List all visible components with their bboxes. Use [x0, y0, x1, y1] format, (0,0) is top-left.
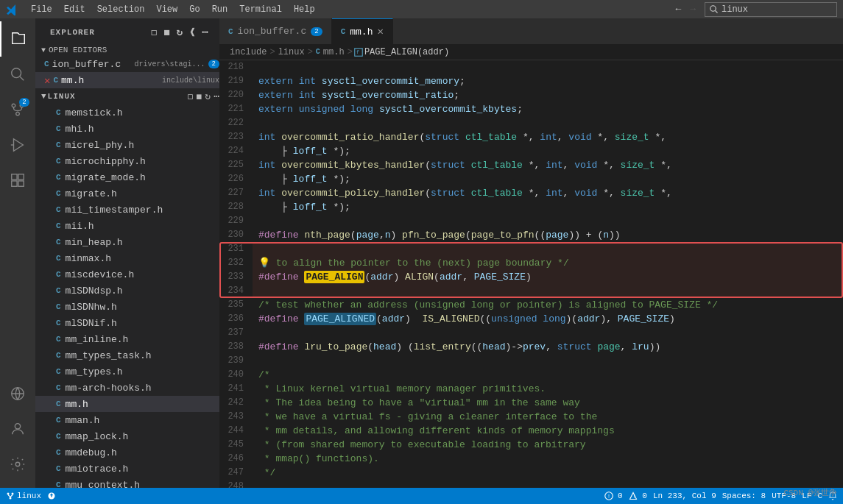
activity-explorer[interactable] — [0, 21, 35, 57]
menu-run[interactable]: Run — [206, 0, 234, 18]
file-minmax[interactable]: Cminmax.h — [35, 250, 219, 266]
c-icon: C — [56, 238, 61, 246]
svg-point-2 — [12, 68, 21, 78]
new-file-icon[interactable]: ◻ — [149, 24, 159, 40]
file-mman[interactable]: Cmman.h — [35, 412, 219, 428]
file-mm-types-task[interactable]: Cmm_types_task.h — [35, 347, 219, 363]
refresh-icon[interactable]: ↻ — [175, 24, 185, 40]
c-icon: C — [56, 351, 61, 360]
linux-arrow: ▼ — [41, 92, 46, 101]
menu-view[interactable]: View — [150, 0, 183, 18]
file-microchipphy[interactable]: Cmicrochipphy.h — [35, 153, 219, 169]
tab-mm-h-label: mm.h — [350, 26, 373, 38]
code-line-230: 230 #define nth_page(page,n) pfn_to_page… — [219, 228, 843, 242]
open-editor-mm-h[interactable]: ✕ C mm.h include\linux — [35, 72, 219, 88]
code-line-225: 225 int overcommit_kbytes_handler(struct… — [219, 158, 843, 172]
file-mmiotrace[interactable]: Cmmiotrace.h — [35, 461, 219, 477]
watermark: CSDN @张世争 — [783, 487, 837, 498]
c-icon: C — [56, 173, 61, 182]
menu-help[interactable]: Help — [288, 0, 321, 18]
new-folder-linux-icon[interactable]: ◼ — [197, 90, 202, 102]
open-editors-toggle[interactable]: ▼ OPEN EDITORS — [35, 43, 219, 56]
code-line-245: 245 * (from shared memory to executable … — [219, 438, 843, 452]
file-path: drivers\stagi... — [135, 60, 205, 68]
error-count[interactable]: ! 0 — [604, 491, 623, 500]
code-line-231: 231 — [219, 242, 843, 256]
file-migrate-mode[interactable]: Cmigrate_mode.h — [35, 169, 219, 185]
file-micrel-phy[interactable]: Cmicrel_phy.h — [35, 137, 219, 153]
file-miscdevice[interactable]: Cmiscdevice.h — [35, 266, 219, 283]
activity-remote[interactable] — [0, 376, 35, 411]
file-migrate[interactable]: Cmigrate.h — [35, 185, 219, 202]
file-mii[interactable]: Cmii.h — [35, 218, 219, 234]
file-mlsdnif[interactable]: CmlSDNif.h — [35, 315, 219, 331]
svg-point-20 — [10, 497, 12, 500]
activity-account[interactable] — [0, 411, 35, 447]
activity-run[interactable] — [0, 127, 35, 163]
new-folder-icon[interactable]: ◼ — [162, 24, 172, 40]
c-icon-2: C — [53, 76, 58, 85]
ion-buffer-badge: 2 — [208, 60, 219, 68]
menu-file[interactable]: File — [25, 0, 58, 18]
svg-point-0 — [710, 5, 716, 11]
code-line-219: 219 extern int sysctl_overcommit_memory; — [219, 74, 843, 88]
c-icon: C — [56, 141, 61, 149]
tab-ion-buffer-label: ion_buffer.c — [238, 26, 307, 37]
activity-settings[interactable] — [0, 447, 35, 482]
tab-ion-buffer[interactable]: C ion_buffer.c 2 — [219, 18, 332, 44]
tab-mm-h[interactable]: C mm.h ✕ — [332, 18, 393, 44]
nav-back[interactable]: ← — [675, 4, 681, 15]
more-icon[interactable]: ⋯ — [201, 24, 211, 40]
open-editors-arrow: ▼ — [41, 46, 46, 54]
sync-icon[interactable] — [47, 491, 56, 500]
code-line-234: 234 — [219, 284, 843, 298]
file-mii-timestamper[interactable]: Cmii_timestamper.h — [35, 202, 219, 218]
file-mlsdnhw[interactable]: CmlSDNhw.h — [35, 299, 219, 315]
breadcrumb: include > linux > C mm.h > f PAGE_ALIGN(… — [219, 44, 843, 60]
file-min-heap[interactable]: Cmin_heap.h — [35, 234, 219, 250]
tab-close-icon[interactable]: ✕ — [377, 26, 383, 37]
refresh-linux-icon[interactable]: ↻ — [205, 90, 211, 102]
file-mm-h[interactable]: Cmm.h — [35, 396, 219, 412]
c-icon: C — [56, 270, 61, 279]
menu-edit[interactable]: Edit — [58, 0, 91, 18]
warning-count[interactable]: ! 0 — [629, 491, 647, 500]
activity-search[interactable] — [0, 57, 35, 92]
file-mm-types[interactable]: Cmm_types.h — [35, 363, 219, 380]
linux-section-toggle[interactable]: ▼ LINUX ◻ ◼ ↻ ⋯ — [35, 88, 219, 104]
code-line-228: 228 ├ loff_t *); — [219, 200, 843, 214]
collapse-icon[interactable]: ❰ — [188, 24, 197, 40]
editor-area: C ion_buffer.c 2 C mm.h ✕ include > linu… — [219, 18, 843, 488]
status-bar: linux ! 0 ! 0 Ln 233, Col 9 Spaces: 8 UT… — [0, 488, 843, 504]
code-editor[interactable]: 218 219 extern int sysctl_overcommit_mem… — [219, 60, 843, 488]
svg-point-18 — [7, 493, 10, 495]
file-mhi[interactable]: Cmhi.h — [35, 121, 219, 137]
activity-extensions[interactable] — [0, 163, 35, 198]
line-col[interactable]: Ln 233, Col 9 — [653, 491, 716, 500]
tab-c-icon: C — [228, 27, 233, 36]
more-linux-icon[interactable]: ⋯ — [214, 90, 219, 102]
file-mm-inline[interactable]: Cmm_inline.h — [35, 331, 219, 347]
code-container: 218 219 extern int sysctl_overcommit_mem… — [219, 60, 843, 488]
menu-selection[interactable]: Selection — [91, 0, 151, 18]
new-file-linux-icon[interactable]: ◻ — [188, 90, 194, 102]
spaces[interactable]: Spaces: 8 — [722, 491, 766, 500]
file-mm-arch-hooks[interactable]: Cmm-arch-hooks.h — [35, 380, 219, 396]
open-editor-ion-buffer[interactable]: C ion_buffer.c drivers\stagi... 2 — [35, 56, 219, 72]
file-mmdebug[interactable]: Cmmdebug.h — [35, 444, 219, 461]
c-icon: C — [56, 448, 61, 457]
git-branch[interactable]: linux — [6, 491, 41, 500]
bc-c-icon: C — [316, 48, 320, 56]
file-memstick[interactable]: Cmemstick.h — [35, 104, 219, 121]
menu-terminal[interactable]: Terminal — [233, 0, 288, 18]
close-x-icon[interactable]: ✕ — [44, 74, 50, 87]
file-mmap-lock[interactable]: Cmmap_lock.h — [35, 428, 219, 444]
activity-source-control[interactable]: 2 — [0, 92, 35, 127]
svg-text:!: ! — [607, 494, 610, 500]
file-mlsdndsp[interactable]: CmlSDNdsp.h — [35, 283, 219, 299]
svg-line-1 — [716, 10, 718, 13]
menu-go[interactable]: Go — [183, 0, 205, 18]
file-mmu-context[interactable]: Cmmu_context.h — [35, 477, 219, 488]
code-line-248: 248 — [219, 480, 843, 488]
nav-forward[interactable]: → — [690, 4, 696, 15]
